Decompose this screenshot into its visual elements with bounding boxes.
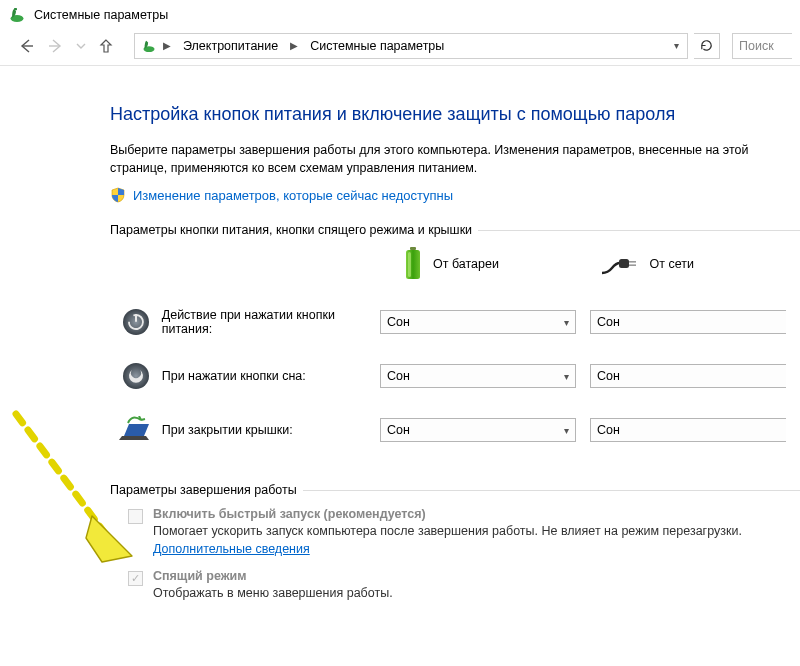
learn-more-link[interactable]: Дополнительные сведения xyxy=(153,542,310,556)
battery-icon xyxy=(403,247,423,281)
navbar: ▶ Электропитание ▶ Системные параметры ▾… xyxy=(0,30,800,66)
breadcrumb-item-system-settings[interactable]: Системные параметры xyxy=(304,37,450,55)
sleep-button-battery-select[interactable]: Сон ▾ xyxy=(380,364,576,388)
chevron-right-icon[interactable]: ▶ xyxy=(288,40,300,51)
window-title: Системные параметры xyxy=(34,8,168,22)
power-columns-header: От батареи От сети xyxy=(110,247,800,281)
svg-rect-8 xyxy=(629,265,636,267)
sleep-checkbox[interactable] xyxy=(128,571,143,586)
section2-label: Параметры завершения работы xyxy=(110,483,800,497)
power-button-battery-select[interactable]: Сон ▾ xyxy=(380,310,576,334)
svg-point-12 xyxy=(123,363,149,389)
option-sleep: Спящий режим Отображать в меню завершени… xyxy=(128,569,800,602)
row-power-button-label: Действие при нажатии кнопки питания: xyxy=(162,308,380,336)
chevron-right-icon[interactable]: ▶ xyxy=(161,40,173,51)
chevron-down-icon: ▾ xyxy=(564,425,569,436)
chevron-down-icon[interactable]: ▾ xyxy=(670,40,683,51)
power-button-icon xyxy=(121,307,151,337)
unlock-settings-link[interactable]: Изменение параметров, которые сейчас нед… xyxy=(133,188,453,203)
address-bar[interactable]: ▶ Электропитание ▶ Системные параметры ▾ xyxy=(134,33,688,59)
fast-startup-title: Включить быстрый запуск (рекомендуется) xyxy=(153,507,800,521)
svg-rect-7 xyxy=(629,261,636,263)
search-input[interactable]: Поиск xyxy=(732,33,792,59)
intro-text: Выберите параметры завершения работы для… xyxy=(110,141,800,177)
app-icon xyxy=(8,6,26,24)
titlebar: Системные параметры xyxy=(0,0,800,30)
refresh-button[interactable] xyxy=(694,33,720,59)
forward-button[interactable] xyxy=(44,34,68,58)
lid-close-battery-select[interactable]: Сон ▾ xyxy=(380,418,576,442)
sleep-title: Спящий режим xyxy=(153,569,393,583)
option-fast-startup: Включить быстрый запуск (рекомендуется) … xyxy=(128,507,800,558)
shield-icon xyxy=(110,187,126,203)
plugged-column-label: От сети xyxy=(650,257,694,271)
location-icon xyxy=(141,38,157,54)
row-power-button: Действие при нажатии кнопки питания: Сон… xyxy=(110,295,800,349)
row-sleep-button: При нажатии кнопки сна: Сон ▾ Сон xyxy=(110,349,800,403)
lid-close-plugged-select[interactable]: Сон xyxy=(590,418,786,442)
plug-icon xyxy=(602,253,640,275)
svg-rect-3 xyxy=(410,247,416,250)
search-placeholder: Поиск xyxy=(739,39,774,53)
svg-rect-11 xyxy=(135,314,137,322)
svg-rect-5 xyxy=(408,252,411,277)
power-button-plugged-select[interactable]: Сон xyxy=(590,310,786,334)
section1-label: Параметры кнопки питания, кнопки спящего… xyxy=(110,223,800,237)
sleep-desc: Отображать в меню завершения работы. xyxy=(153,584,393,602)
fast-startup-checkbox[interactable] xyxy=(128,509,143,524)
chevron-down-icon: ▾ xyxy=(564,371,569,382)
fast-startup-desc: Помогает ускорить запуск компьютера посл… xyxy=(153,522,800,558)
content: Настройка кнопок питания и включение защ… xyxy=(0,66,800,602)
breadcrumb-item-power[interactable]: Электропитание xyxy=(177,37,284,55)
recent-locations-button[interactable] xyxy=(74,34,88,58)
back-button[interactable] xyxy=(14,34,38,58)
laptop-lid-icon xyxy=(119,416,153,444)
svg-rect-6 xyxy=(619,259,629,268)
chevron-down-icon: ▾ xyxy=(564,317,569,328)
sleep-button-plugged-select[interactable]: Сон xyxy=(590,364,786,388)
row-sleep-button-label: При нажатии кнопки сна: xyxy=(162,369,380,383)
row-lid-close: При закрытии крышки: Сон ▾ Сон xyxy=(110,403,800,457)
svg-rect-1 xyxy=(14,8,17,10)
up-button[interactable] xyxy=(94,34,118,58)
sleep-button-icon xyxy=(121,361,151,391)
page-heading: Настройка кнопок питания и включение защ… xyxy=(110,104,800,125)
row-lid-close-label: При закрытии крышки: xyxy=(162,423,380,437)
battery-column-label: От батареи xyxy=(433,257,499,271)
